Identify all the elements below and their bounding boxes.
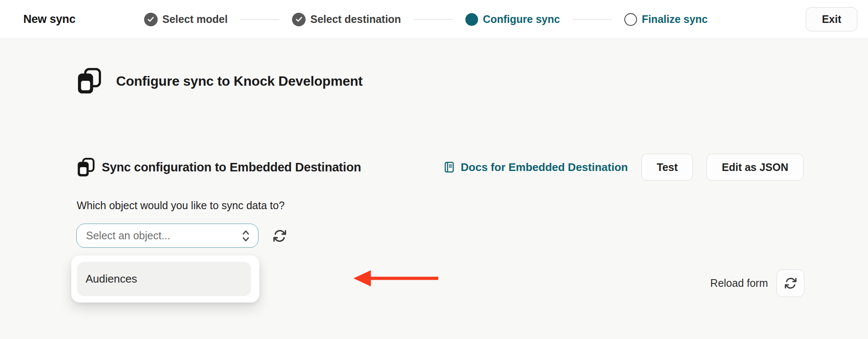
section-title-group: Sync configuration to Embedded Destinati… (77, 158, 361, 177)
step-finalize-sync[interactable]: Finalize sync (624, 13, 708, 26)
step-connector (240, 19, 279, 20)
wizard-header: New sync Select model Select destination (0, 0, 868, 39)
step-configure-sync[interactable]: Configure sync (465, 13, 560, 26)
reload-form-button[interactable] (776, 269, 804, 297)
new-sync-page: New sync Select model Select destination (0, 0, 868, 339)
docs-link[interactable]: Docs for Embedded Destination (443, 161, 628, 174)
test-button[interactable]: Test (641, 154, 693, 181)
object-question-label: Which object would you like to sync data… (77, 199, 285, 212)
step-label: Configure sync (483, 13, 560, 25)
upcoming-step-circle-icon (624, 13, 637, 26)
step-label: Finalize sync (642, 13, 708, 25)
step-select-model[interactable]: Select model (144, 13, 228, 26)
page-heading-row: Configure sync to Knock Development (77, 68, 363, 94)
refresh-objects-button[interactable] (272, 228, 287, 244)
annotation-arrow-icon (353, 269, 440, 288)
active-step-dot-icon (465, 13, 478, 26)
select-placeholder: Select an object... (86, 230, 241, 242)
object-select-dropdown: Audiences (71, 255, 259, 303)
page-heading: Configure sync to Knock Development (116, 73, 363, 89)
edit-as-json-button[interactable]: Edit as JSON (707, 154, 804, 181)
exit-button[interactable]: Exit (806, 7, 857, 31)
reload-form-group: Reload form (710, 269, 804, 297)
refresh-icon (273, 229, 287, 243)
step-label: Select model (162, 13, 228, 25)
sync-configuration-section-header: Sync configuration to Embedded Destinati… (77, 154, 804, 181)
step-label: Select destination (310, 13, 401, 25)
check-icon (144, 13, 158, 26)
wizard-stepper: Select model Select destination Configur… (144, 13, 708, 26)
dropdown-option-label: Audiences (86, 272, 137, 286)
object-select-input[interactable]: Select an object... (76, 224, 259, 248)
page-title: New sync (23, 13, 75, 26)
chevron-up-down-icon (241, 230, 250, 242)
refresh-icon (784, 277, 797, 290)
destination-icon (77, 68, 102, 94)
step-connector (573, 19, 612, 20)
dropdown-option-audiences[interactable]: Audiences (77, 262, 251, 296)
section-title: Sync configuration to Embedded Destinati… (102, 160, 361, 174)
step-select-destination[interactable]: Select destination (292, 13, 401, 26)
docs-link-label: Docs for Embedded Destination (461, 161, 628, 174)
section-actions: Docs for Embedded Destination Test Edit … (443, 154, 804, 181)
check-icon (292, 13, 306, 26)
destination-icon (77, 158, 95, 177)
book-icon (443, 161, 456, 174)
step-connector (414, 19, 453, 20)
reload-form-label: Reload form (710, 277, 768, 289)
